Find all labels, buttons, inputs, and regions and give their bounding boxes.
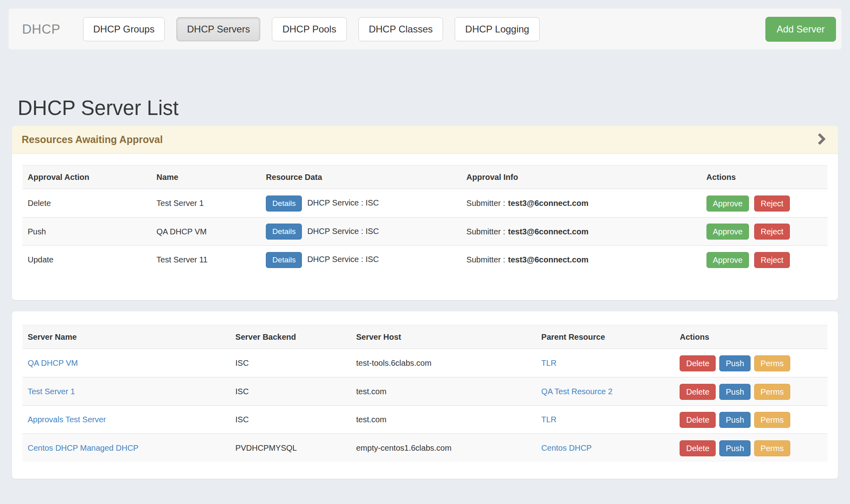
server-backend-cell: ISC (230, 405, 351, 434)
server-actions-cell: DeletePushPerms (674, 434, 828, 462)
approval-info-cell: Submitter :test3@6connect.com (461, 189, 701, 218)
approval-row: Push QA DHCP VM DetailsDHCP Service : IS… (22, 217, 828, 246)
tab-dhcp-servers[interactable]: DHCP Servers (176, 17, 260, 41)
approve-button[interactable]: Approve (706, 224, 749, 240)
column-header-approval-action: Approval Action (22, 165, 151, 189)
tab-dhcp-logging[interactable]: DHCP Logging (455, 17, 540, 41)
tab-dhcp-classes[interactable]: DHCP Classes (358, 17, 443, 41)
server-row: Approvals Test Server ISC test.com TLR D… (22, 405, 828, 434)
details-button[interactable]: Details (266, 224, 302, 240)
submitter-email: test3@6connect.com (508, 199, 589, 208)
chevron-right-icon (817, 133, 826, 146)
delete-button[interactable]: Delete (680, 355, 716, 371)
server-host-cell: test.com (351, 377, 536, 405)
submitter-email: test3@6connect.com (508, 255, 589, 264)
details-button[interactable]: Details (266, 252, 302, 268)
server-row: Centos DHCP Managed DHCP PVDHCPMYSQL emp… (22, 434, 828, 462)
resource-data-cell: DetailsDHCP Service : ISC (261, 217, 461, 246)
parent-resource-link[interactable]: TLR (541, 415, 557, 424)
reject-button[interactable]: Reject (754, 196, 790, 212)
push-button[interactable]: Push (719, 440, 751, 456)
resource-data-text: DHCP Service : ISC (307, 255, 379, 264)
approve-button[interactable]: Approve (706, 196, 749, 212)
details-button[interactable]: Details (266, 196, 302, 212)
approval-row: Delete Test Server 1 DetailsDHCP Service… (22, 189, 828, 218)
tab-dhcp-groups[interactable]: DHCP Groups (83, 17, 165, 41)
tab-dhcp-pools[interactable]: DHCP Pools (272, 17, 346, 41)
parent-resource-link[interactable]: Centos DHCP (541, 444, 592, 452)
column-header-actions: Actions (701, 165, 828, 189)
approval-table-header-row: Approval Action Name Resource Data Appro… (22, 165, 828, 189)
server-backend-cell: ISC (230, 349, 351, 377)
server-host-cell: test-tools.6clabs.com (351, 349, 536, 377)
server-actions-cell: DeletePushPerms (674, 377, 828, 405)
server-backend-cell: PVDHCPMYSQL (230, 434, 351, 462)
submitter-label: Submitter : (466, 227, 505, 236)
approval-info-cell: Submitter :test3@6connect.com (461, 217, 701, 246)
approval-name-cell: QA DHCP VM (151, 217, 261, 246)
approval-panel-body: Approval Action Name Resource Data Appro… (12, 154, 838, 300)
server-actions-cell: DeletePushPerms (674, 349, 828, 377)
collapse-toggle-button[interactable] (815, 133, 828, 147)
submitter-label: Submitter : (466, 255, 505, 264)
column-header-server-host: Server Host (351, 325, 536, 349)
column-header-resource-data: Resource Data (261, 165, 461, 189)
approval-panel-title: Resources Awaiting Approval (22, 134, 163, 145)
reject-button[interactable]: Reject (754, 252, 790, 268)
submitter-label: Submitter : (466, 199, 505, 208)
server-row: QA DHCP VM ISC test-tools.6clabs.com TLR… (22, 349, 828, 377)
perms-button[interactable]: Perms (754, 355, 790, 371)
parent-resource-link[interactable]: TLR (541, 359, 557, 367)
approval-actions-cell: ApproveReject (701, 246, 828, 274)
column-header-parent-resource: Parent Resource (536, 325, 674, 349)
server-name-link[interactable]: Approvals Test Server (28, 415, 106, 424)
server-list-panel-body: Server Name Server Backend Server Host P… (12, 311, 838, 479)
column-header-server-backend: Server Backend (230, 325, 351, 349)
column-header-actions: Actions (674, 325, 828, 349)
resource-data-cell: DetailsDHCP Service : ISC (261, 189, 461, 218)
approval-name-cell: Test Server 11 (151, 246, 261, 274)
server-row: Test Server 1 ISC test.com QA Test Resou… (22, 377, 828, 405)
perms-button[interactable]: Perms (754, 440, 790, 456)
server-name-link[interactable]: QA DHCP VM (28, 359, 78, 367)
server-host-cell: empty-centos1.6clabs.com (351, 434, 536, 462)
approval-panel-heading: Resources Awaiting Approval (12, 126, 838, 154)
delete-button[interactable]: Delete (680, 412, 716, 428)
perms-button[interactable]: Perms (754, 384, 790, 400)
add-server-button[interactable]: Add Server (765, 17, 836, 42)
delete-button[interactable]: Delete (680, 440, 716, 456)
approve-button[interactable]: Approve (706, 252, 749, 268)
approval-table: Approval Action Name Resource Data Appro… (22, 165, 828, 274)
approval-actions-cell: ApproveReject (701, 189, 828, 218)
approval-row: Update Test Server 11 DetailsDHCP Servic… (22, 246, 828, 274)
approval-actions-cell: ApproveReject (701, 217, 828, 246)
server-backend-cell: ISC (230, 377, 351, 405)
page-title: DHCP Server List (18, 97, 850, 119)
approval-panel: Resources Awaiting Approval Approval Act… (12, 126, 838, 300)
column-header-name: Name (151, 165, 261, 189)
reject-button[interactable]: Reject (754, 224, 790, 240)
server-name-link[interactable]: Centos DHCP Managed DHCP (28, 444, 138, 452)
server-actions-cell: DeletePushPerms (674, 405, 828, 434)
server-table: Server Name Server Backend Server Host P… (22, 325, 828, 462)
push-button[interactable]: Push (719, 355, 751, 371)
nav-brand: DHCP (22, 22, 61, 37)
push-button[interactable]: Push (719, 384, 751, 400)
perms-button[interactable]: Perms (754, 412, 790, 428)
approval-action-cell: Delete (22, 189, 151, 218)
resource-data-cell: DetailsDHCP Service : ISC (261, 246, 461, 274)
top-nav: DHCP DHCP Groups DHCP Servers DHCP Pools… (8, 8, 842, 50)
approval-name-cell: Test Server 1 (151, 189, 261, 218)
column-header-approval-info: Approval Info (461, 165, 701, 189)
push-button[interactable]: Push (719, 412, 751, 428)
server-list-panel: Server Name Server Backend Server Host P… (12, 311, 838, 479)
approval-action-cell: Push (22, 217, 151, 246)
server-name-link[interactable]: Test Server 1 (28, 387, 75, 396)
submitter-email: test3@6connect.com (508, 227, 589, 236)
server-table-header-row: Server Name Server Backend Server Host P… (22, 325, 828, 349)
delete-button[interactable]: Delete (680, 384, 716, 400)
column-header-server-name: Server Name (22, 325, 230, 349)
server-host-cell: test.com (351, 405, 536, 434)
resource-data-text: DHCP Service : ISC (307, 198, 379, 207)
parent-resource-link[interactable]: QA Test Resource 2 (541, 387, 613, 396)
